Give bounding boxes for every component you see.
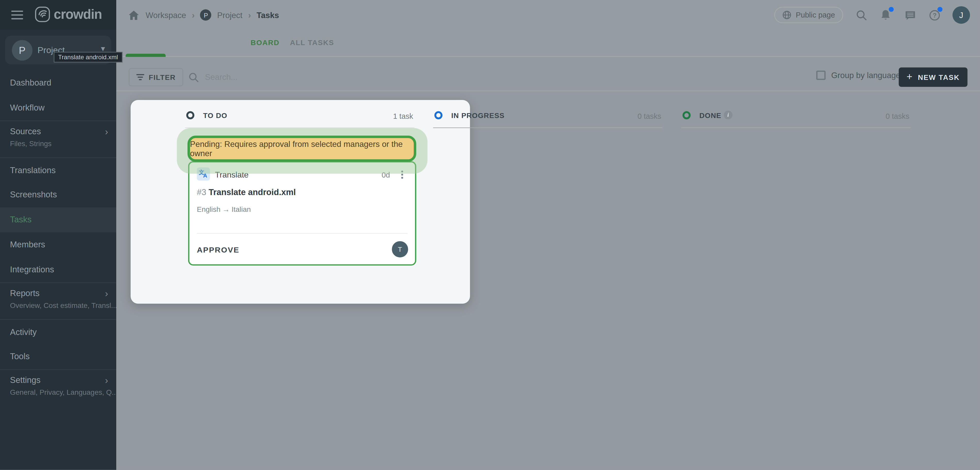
sidebar: crowdin P Project ▾ Translate android.xm… [0, 0, 116, 470]
column-name: IN PROGRESS [451, 112, 505, 119]
approve-button[interactable]: APPROVE [197, 246, 239, 254]
task-card-header: 文 A Translate 0d [197, 167, 409, 181]
info-icon[interactable]: i [724, 111, 733, 119]
notification-dot [889, 7, 894, 12]
search-field [189, 68, 330, 86]
column-header-in-progress: IN PROGRESS 0 tasks [433, 110, 662, 128]
task-card[interactable]: 文 A Translate 0d #3 Translate android.xm… [188, 161, 416, 266]
breadcrumb-workspace[interactable]: Workspace [146, 10, 186, 20]
chevron-right-icon: › [248, 10, 251, 20]
pending-tooltip: Pending: Requires approval from selected… [188, 135, 416, 162]
svg-text:A: A [203, 172, 207, 178]
sidebar-item-workflow[interactable]: Workflow [0, 95, 116, 121]
column-name: DONE [699, 112, 721, 119]
breadcrumb-project[interactable]: Project [217, 10, 243, 20]
column-count: 1 task [393, 112, 413, 121]
todo-column-panel: TO DO 1 task 文 A Translate 0d [131, 100, 470, 303]
status-ring-in-progress-icon [434, 111, 442, 119]
home-icon[interactable] [127, 9, 140, 21]
search-icon [189, 72, 199, 82]
column-divider [681, 127, 911, 128]
search-icon[interactable] [855, 9, 867, 21]
public-page-label: Public page [796, 11, 835, 19]
globe-icon [783, 11, 791, 19]
breadcrumb-current: Tasks [257, 10, 279, 20]
notifications-bell-icon[interactable] [880, 9, 892, 21]
chevron-right-icon: › [105, 289, 108, 299]
column-divider [185, 127, 414, 128]
column-header-todo: TO DO 1 task [185, 110, 414, 128]
chevron-right-icon: › [105, 375, 108, 386]
workflow-step-label: Translate [215, 170, 248, 179]
filter-button[interactable]: FILTER [129, 68, 183, 86]
column-name: TO DO [203, 112, 228, 119]
task-language-pair: English → Italian [197, 206, 251, 213]
svg-text:?: ? [932, 11, 936, 19]
tasks-board-content: FILTER Group by language + NEW TASK TO D… [116, 57, 980, 470]
new-task-label: NEW TASK [918, 73, 959, 81]
group-by-language-toggle[interactable]: Group by language [816, 71, 900, 80]
help-dot [937, 7, 942, 12]
topbar-actions: Public page [775, 0, 970, 30]
sidebar-item-settings-subtitle: General, Privacy, Languages, Q... [10, 389, 116, 397]
sidebar-item-screenshots[interactable]: Screenshots [0, 183, 116, 207]
chat-icon[interactable] [904, 9, 916, 21]
sidebar-item-settings[interactable]: Settings General, Privacy, Languages, Q.… [0, 369, 116, 406]
crowdin-logo-icon [34, 6, 51, 22]
sidebar-item-tasks[interactable]: Tasks [0, 207, 116, 232]
sidebar-item-dashboard[interactable]: Dashboard [0, 71, 116, 95]
task-title: #3 Translate android.xml [197, 187, 296, 197]
project-avatar: P [12, 40, 32, 60]
breadcrumb: Workspace › P Project › Tasks [127, 0, 279, 30]
sidebar-nav: Dashboard Workflow Sources Files, String… [0, 71, 116, 406]
task-id: #3 [197, 187, 206, 197]
assignee-avatar: T [392, 241, 408, 257]
sidebar-item-tools[interactable]: Tools [0, 344, 116, 369]
crowdin-logo[interactable]: crowdin [34, 6, 102, 22]
toolbar-divider [116, 91, 980, 91]
plus-icon: + [907, 71, 913, 82]
tab-all-tasks[interactable]: ALL TASKS [290, 39, 334, 46]
help-icon[interactable]: ? [928, 9, 940, 21]
sidebar-item-activity[interactable]: Activity [0, 319, 116, 344]
sidebar-item-sources-subtitle: Files, Strings [10, 140, 116, 148]
group-by-language-checkbox[interactable] [816, 71, 826, 80]
sidebar-item-reports-subtitle: Overview, Cost estimate, Transl... [10, 302, 116, 310]
sidebar-item-translations[interactable]: Translations [0, 157, 116, 183]
chevron-right-icon: › [192, 10, 195, 20]
task-title-text: Translate android.xml [208, 187, 296, 197]
crowdin-wordmark: crowdin [54, 7, 102, 22]
search-input[interactable] [205, 72, 330, 82]
hamburger-menu-icon[interactable] [11, 11, 23, 19]
tab-board[interactable]: BOARD [251, 39, 279, 46]
sidebar-item-reports[interactable]: Reports Overview, Cost estimate, Transl.… [0, 283, 116, 319]
tabstrip: BOARD ALL TASKS [116, 30, 980, 57]
column-header-done: DONE i 0 tasks [681, 110, 911, 128]
due-badge: 0d [382, 171, 390, 179]
column-count: 0 tasks [886, 112, 909, 121]
sidebar-header: crowdin [0, 0, 116, 30]
project-tooltip: Translate android.xml [54, 52, 123, 62]
crowdin-tasks-page: crowdin P Project ▾ Translate android.xm… [0, 0, 980, 470]
breadcrumb-project-avatar: P [200, 9, 212, 21]
column-divider [433, 127, 662, 128]
card-divider [197, 233, 407, 233]
new-task-button[interactable]: + NEW TASK [899, 68, 967, 87]
filter-icon [136, 74, 145, 81]
column-count: 0 tasks [638, 112, 661, 121]
filter-label: FILTER [149, 73, 175, 81]
sidebar-item-sources[interactable]: Sources Files, Strings › [0, 121, 116, 157]
kebab-menu-icon[interactable] [398, 169, 406, 180]
sidebar-item-members[interactable]: Members [0, 232, 116, 257]
sidebar-item-integrations[interactable]: Integrations [0, 257, 116, 283]
public-page-button[interactable]: Public page [775, 7, 843, 23]
status-ring-todo-icon [186, 111, 195, 119]
user-avatar[interactable]: J [953, 6, 970, 24]
status-ring-done-icon [682, 111, 691, 119]
chevron-right-icon: › [105, 127, 108, 137]
topbar: Workspace › P Project › Tasks Public pag… [116, 0, 980, 30]
translate-icon: 文 A [197, 167, 210, 181]
group-by-language-label: Group by language [831, 71, 900, 80]
